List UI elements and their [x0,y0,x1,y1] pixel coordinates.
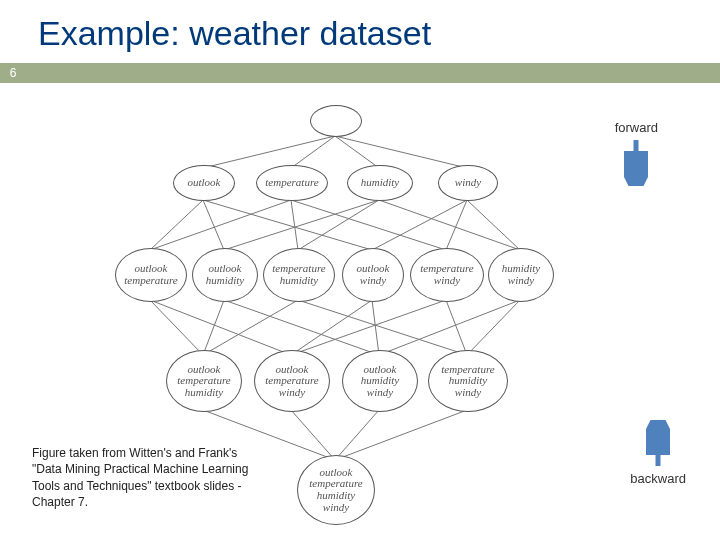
svg-line-0 [203,136,335,168]
svg-line-16 [150,300,203,355]
node-windy: windy [438,165,498,201]
node-outlook-humidity-windy: outlookhumiditywindy [342,350,418,412]
node-outlook-temperature: outlooktemperature [115,248,187,302]
svg-line-1 [291,136,335,168]
svg-line-19 [224,300,379,355]
svg-line-11 [298,200,379,250]
svg-line-9 [291,200,446,250]
node-temperature-humidity-windy: temperaturehumiditywindy [428,350,508,412]
node-humidity: humidity [347,165,413,201]
node-temperature-humidity: temperaturehumidity [263,248,335,302]
backward-label: backward [630,471,686,486]
arrow-down-icon [624,138,648,186]
slide-title: Example: weather dataset [0,0,720,63]
node-outlook-humidity: outlookhumidity [192,248,258,302]
node-humidity-windy: humiditywindy [488,248,554,302]
svg-line-23 [372,300,379,355]
svg-line-2 [335,136,379,168]
svg-line-29 [291,410,335,460]
arrow-up-icon [646,420,670,468]
backward-arrow-group: backward [630,420,686,486]
node-all: outlooktemperaturehumiditywindy [297,455,375,525]
node-temperature: temperature [256,165,328,201]
svg-line-6 [203,200,372,250]
svg-line-4 [150,200,203,250]
node-root [310,105,362,137]
forward-label: forward [615,120,658,135]
svg-line-30 [335,410,379,460]
svg-line-31 [335,410,467,460]
node-outlook-temperature-humidity: outlooktemperaturehumidity [166,350,242,412]
svg-line-13 [372,200,467,250]
accent-band: 6 [0,63,720,83]
svg-line-10 [224,200,379,250]
node-outlook: outlook [173,165,235,201]
forward-arrow-group: forward [615,120,658,186]
svg-line-22 [291,300,372,355]
figure-caption: Figure taken from Witten's and Frank's "… [32,445,252,510]
node-temperature-windy: temperaturewindy [410,248,484,302]
node-outlook-temperature-windy: outlooktemperaturewindy [254,350,330,412]
node-outlook-windy: outlookwindy [342,248,404,302]
svg-line-15 [467,200,520,250]
svg-line-3 [335,136,467,168]
svg-line-27 [467,300,520,355]
svg-line-20 [203,300,298,355]
page-number: 6 [0,63,26,83]
svg-line-21 [298,300,467,355]
svg-line-8 [291,200,298,250]
svg-line-24 [291,300,446,355]
